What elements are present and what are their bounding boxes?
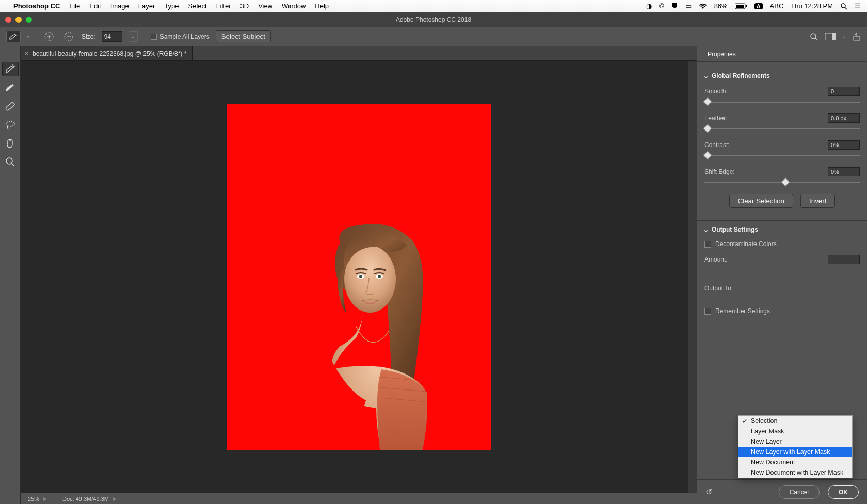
dropbox-icon[interactable]: ⛊ (671, 2, 678, 10)
output-option[interactable]: Layer Mask (738, 426, 852, 436)
shift-edge-label: Shift Edge: (704, 168, 828, 175)
menu-type[interactable]: Type (164, 2, 179, 10)
titlebar: Adobe Photoshop CC 2018 (0, 12, 867, 27)
svg-rect-13 (832, 33, 836, 40)
app-name[interactable]: Photoshop CC (13, 2, 60, 10)
input-badge[interactable]: A (754, 3, 763, 9)
output-option[interactable]: New Document (738, 457, 852, 467)
document-canvas[interactable] (227, 104, 491, 450)
menu-help[interactable]: Help (315, 2, 329, 10)
menu-view[interactable]: View (258, 2, 272, 10)
battery-icon[interactable] (735, 3, 747, 9)
airplay-icon[interactable]: ▭ (685, 2, 692, 10)
creative-cloud-icon[interactable]: © (659, 2, 664, 10)
canvas-viewport[interactable] (21, 61, 697, 493)
wifi-icon[interactable] (699, 3, 707, 9)
subtract-from-selection-icon[interactable] (62, 30, 75, 43)
svg-point-10 (811, 34, 816, 39)
brush-size-input[interactable] (102, 31, 122, 42)
minimize-button[interactable] (15, 17, 22, 23)
svg-point-17 (6, 158, 12, 164)
chevron-down-icon: ⌵ (704, 227, 708, 233)
hand-tool[interactable] (2, 136, 19, 151)
properties-tab[interactable]: Properties (702, 48, 741, 60)
menu-file[interactable]: File (69, 2, 80, 10)
svg-rect-2 (736, 5, 744, 8)
zoom-tool[interactable] (2, 155, 19, 169)
svg-point-21 (359, 275, 362, 278)
output-option[interactable]: Selection (738, 416, 852, 426)
menu-layer[interactable]: Layer (138, 2, 155, 10)
window-title: Adobe Photoshop CC 2018 (396, 16, 471, 23)
doc-info-menu-icon[interactable]: ▶ (113, 496, 117, 501)
input-label[interactable]: ABC (770, 2, 784, 10)
menu-edit[interactable]: Edit (89, 2, 101, 10)
svg-rect-1 (746, 5, 747, 7)
shift-edge-slider[interactable] (704, 178, 860, 187)
shift-edge-input[interactable] (828, 167, 860, 176)
remember-settings-checkbox[interactable]: Remember Settings (704, 307, 860, 315)
workspace-dropdown-icon[interactable]: ⌵ (843, 34, 845, 39)
panel-tab-row: Properties (697, 46, 867, 62)
spotlight-icon[interactable] (840, 3, 847, 10)
output-option[interactable]: New Layer (738, 436, 852, 447)
amount-slider (704, 266, 860, 274)
fullscreen-button[interactable] (26, 17, 32, 23)
cancel-button[interactable]: Cancel (779, 485, 820, 499)
contrast-input[interactable] (828, 140, 860, 150)
scrollbar-vertical[interactable] (688, 61, 697, 493)
lasso-tool[interactable] (2, 118, 19, 132)
document-area: × beautiful-beauty-female-2252368.jpg @ … (21, 46, 697, 504)
menu-3d[interactable]: 3D (240, 2, 249, 10)
tray-icon-1[interactable]: ◑ (646, 2, 652, 10)
document-tab[interactable]: × beautiful-beauty-female-2252368.jpg @ … (21, 46, 193, 60)
zoom-level[interactable]: 25% (28, 496, 39, 502)
status-bar: 25% ▶ Doc: 49.3M/49.3M ▶ (21, 493, 697, 504)
share-icon[interactable] (853, 32, 861, 41)
feather-slider[interactable] (704, 125, 860, 133)
sample-all-layers-checkbox[interactable]: Sample All Layers (151, 33, 210, 40)
menu-select[interactable]: Select (188, 2, 206, 10)
battery-percent: 86% (714, 2, 728, 10)
options-bar: ▾ Size: ⌵ Sample All Layers Select Subje… (0, 27, 867, 46)
menu-list-icon[interactable]: ☰ (855, 2, 861, 10)
doc-info[interactable]: Doc: 49.3M/49.3M (62, 496, 109, 502)
reset-icon[interactable]: ↺ (705, 487, 712, 497)
decontaminate-colors-checkbox[interactable]: Decontaminate Colors (704, 240, 860, 248)
search-icon[interactable] (810, 32, 818, 41)
ok-button[interactable]: OK (828, 485, 859, 499)
workspace-switcher-icon[interactable] (825, 33, 836, 40)
output-to-dropdown[interactable]: SelectionLayer MaskNew LayerNew Layer wi… (738, 415, 853, 478)
brush-tool[interactable] (2, 99, 19, 113)
clock[interactable]: Thu 12:28 PM (791, 2, 833, 10)
menu-window[interactable]: Window (282, 2, 306, 10)
document-tab-bar: × beautiful-beauty-female-2252368.jpg @ … (21, 46, 697, 61)
window-controls (5, 17, 32, 23)
clear-selection-button[interactable]: Clear Selection (729, 194, 793, 208)
close-button[interactable] (5, 17, 11, 23)
smooth-label: Smooth: (704, 88, 828, 95)
smooth-input[interactable] (828, 87, 860, 96)
menu-filter[interactable]: Filter (216, 2, 231, 10)
global-refinements-header[interactable]: ⌵ Global Refinements (704, 72, 860, 79)
zoom-menu-icon[interactable]: ▶ (43, 496, 47, 501)
subject-image (304, 222, 459, 450)
output-option[interactable]: New Layer with Layer Mask (738, 447, 852, 457)
add-to-selection-icon[interactable] (42, 30, 56, 43)
output-settings-header[interactable]: ⌵ Output Settings (704, 226, 860, 233)
quick-selection-tool[interactable] (2, 62, 19, 76)
contrast-slider[interactable] (704, 152, 860, 160)
select-subject-button[interactable]: Select Subject (216, 30, 271, 42)
contrast-label: Contrast: (704, 141, 828, 149)
invert-button[interactable]: Invert (800, 194, 835, 208)
menu-image[interactable]: Image (110, 2, 129, 10)
feather-label: Feather: (704, 115, 828, 122)
output-option[interactable]: New Document with Layer Mask (738, 467, 852, 478)
svg-line-11 (815, 38, 817, 40)
smooth-slider[interactable] (704, 98, 860, 106)
current-tool-preset[interactable] (6, 31, 21, 42)
brush-size-dropdown[interactable]: ⌵ (129, 31, 138, 42)
feather-input[interactable] (828, 113, 860, 123)
close-tab-icon[interactable]: × (25, 50, 28, 57)
refine-edge-brush-tool[interactable] (2, 80, 19, 95)
